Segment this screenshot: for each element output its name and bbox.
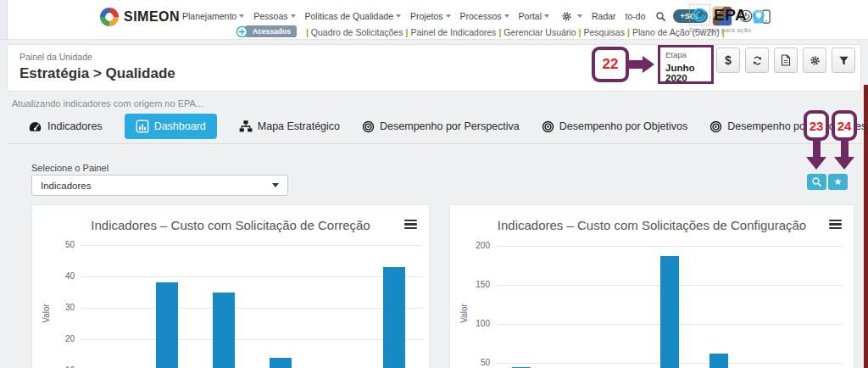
chevron-down-icon — [577, 14, 582, 18]
epa-name: EPA — [714, 6, 747, 25]
dollar-icon: $ — [725, 54, 732, 66]
chart-card-custo-correcao: Indicadores – Custo com Solicitação de C… — [31, 204, 430, 368]
filter-icon — [838, 55, 849, 66]
gauge-icon — [28, 120, 42, 134]
plus-circle-icon — [236, 25, 248, 38]
nav-item-radar[interactable]: Radar — [589, 9, 619, 23]
tab-dashboard[interactable]: Dashboard — [125, 114, 217, 139]
tab-desempenho-por-perspectiva[interactable]: Desempenho por Perspectiva — [362, 120, 520, 133]
bar[interactable] — [270, 358, 292, 368]
page-title: Estratégia > Qualidade — [19, 65, 175, 82]
annotation-arrow-24 — [834, 141, 854, 170]
tab-desempenho-por-objetivos[interactable]: Desempenho por Objetivos — [542, 120, 687, 133]
panel-select-value: Indicadores — [41, 181, 91, 191]
window-edge-left — [0, 0, 8, 39]
chevron-down-icon — [291, 14, 296, 18]
divider — [7, 143, 861, 144]
etapa-select[interactable]: Etapa Junho 2020 — [658, 45, 714, 84]
quick-link-gerenciar-usuario[interactable]: Gerenciar Usuário — [504, 27, 576, 37]
etapa-label: Etapa — [665, 50, 711, 59]
panel-actions: ★ — [807, 174, 848, 190]
acessados-badge[interactable]: Acessados — [236, 25, 297, 38]
acessados-label: Acessados — [245, 25, 297, 37]
chevron-down-icon — [239, 14, 244, 18]
chevron-down-icon — [544, 14, 549, 18]
tab-mapa-estrategico[interactable]: Mapa Estratégico — [239, 120, 340, 133]
nav-settings-menu[interactable] — [556, 9, 585, 24]
bar[interactable] — [709, 354, 728, 368]
y-tick-label: 50 — [44, 240, 75, 249]
filter-button[interactable] — [832, 47, 855, 73]
tab-indicadores[interactable]: Indicadores — [28, 120, 103, 134]
head-lightbulb-icon — [749, 6, 769, 29]
gear-button[interactable] — [803, 47, 826, 73]
chevron-down-icon — [504, 14, 509, 18]
search-icon[interactable] — [653, 11, 669, 22]
nav-item-to-do[interactable]: to-do — [623, 9, 648, 23]
panel-favorite-button[interactable]: ★ — [828, 174, 848, 190]
annotation-step-24: 24 — [832, 110, 857, 141]
y-tick-label: 200 — [459, 241, 490, 250]
gridline — [497, 246, 843, 247]
panel-search-button[interactable] — [807, 174, 826, 190]
annotation-step-22: 22 — [592, 47, 629, 82]
quick-link-pesquisas[interactable]: Pesquisas — [583, 27, 624, 37]
document-icon — [781, 54, 791, 66]
chevron-down-icon — [272, 183, 279, 187]
epa-tagline: Estratégia para ação — [689, 26, 751, 34]
document-button[interactable] — [774, 47, 798, 73]
annotation-step-23: 23 — [804, 110, 829, 141]
link-separator: | — [405, 27, 408, 37]
nav-item-pessoas[interactable]: Pessoas — [251, 9, 298, 23]
gear-icon — [559, 11, 575, 22]
link-separator: | — [579, 27, 581, 37]
status-text: Atualizando indicadores com origem no EP… — [12, 98, 203, 109]
epa-spiral-icon — [689, 4, 710, 25]
dollar-button[interactable]: $ — [716, 47, 740, 73]
sitemap-icon — [239, 120, 253, 133]
nav-item-politicas-de-qualidade[interactable]: Politicas de Qualidade — [303, 9, 403, 23]
annotation-arrow-22 — [628, 56, 654, 73]
header-toolbar: $ — [716, 47, 855, 73]
search-icon — [811, 176, 822, 187]
refresh-icon — [752, 55, 763, 66]
panel-select-label: Selecione o Painel — [31, 163, 108, 173]
gridline — [81, 308, 422, 309]
bar[interactable] — [383, 267, 405, 368]
y-tick-label: 50 — [459, 358, 490, 367]
gridline — [81, 339, 422, 340]
target-icon — [542, 120, 554, 133]
etapa-value: Junho 2020 — [665, 63, 711, 83]
quick-link-quadro-de-solicitacoes[interactable]: Quadro de Solicitações — [311, 27, 403, 37]
simeon-logo[interactable]: SIMEON — [100, 8, 180, 26]
bar[interactable] — [660, 256, 679, 368]
bar[interactable] — [213, 293, 235, 368]
nav-item-planejamento[interactable]: Planejamento — [180, 9, 247, 23]
gridline — [81, 245, 422, 246]
star-icon: ★ — [834, 177, 843, 187]
chart-card-custo-configuracao: Indicadores – Custo com Solicitações de … — [449, 204, 854, 368]
refresh-button[interactable] — [745, 47, 769, 73]
simeon-logo-text: SIMEON — [124, 9, 180, 25]
plot-area: 5040302010 — [32, 205, 429, 368]
nav-item-portal[interactable]: Portal — [516, 9, 552, 23]
target-icon — [709, 120, 722, 133]
quick-links-row: Acessados |Quadro de Solicitações|Painel… — [236, 24, 727, 39]
bar-chart-icon — [136, 120, 149, 133]
link-separator: | — [306, 27, 309, 37]
annotation-arrow-23 — [806, 141, 826, 170]
chevron-down-icon — [396, 14, 401, 18]
link-separator: | — [627, 27, 630, 37]
app: SIMEON PlanejamentoPessoasPoliticas de Q… — [0, 0, 868, 368]
bar[interactable] — [156, 282, 178, 368]
quick-link-painel-de-indicadores[interactable]: Painel de Indicadores — [410, 27, 496, 37]
nav-item-projetos[interactable]: Projetos — [408, 9, 453, 23]
plot-area: 20015010050 — [450, 205, 854, 368]
y-tick-label: 100 — [459, 319, 490, 328]
panel-select-dropdown[interactable]: Indicadores — [31, 175, 288, 196]
gear-icon — [810, 55, 821, 66]
epa-logo: EPA Estratégia para ação — [689, 4, 751, 34]
nav-item-processos[interactable]: Processos — [458, 9, 512, 23]
chevron-down-icon — [446, 14, 451, 18]
gridline — [81, 276, 422, 277]
